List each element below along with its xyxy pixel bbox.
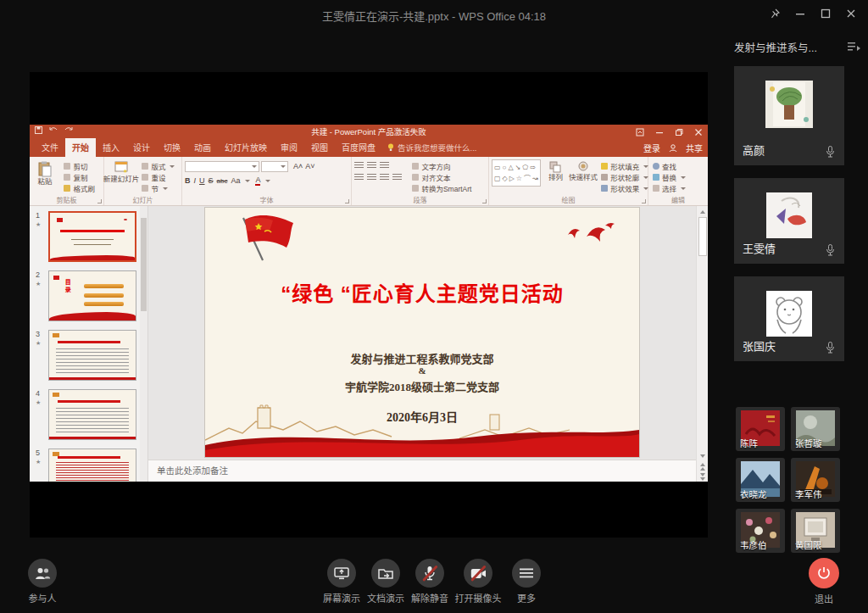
shadow-button[interactable]: abc (217, 177, 228, 185)
tab-baidu-netdisk[interactable]: 百度网盘 (335, 138, 382, 157)
participant-tile[interactable]: 韦彦伯 (736, 509, 785, 553)
participant-name: 李军伟 (791, 488, 840, 500)
participant-tile[interactable]: 张国庆 (734, 276, 844, 361)
doc-share-label: 文档演示 (367, 591, 404, 605)
select-button[interactable]: 选择 (653, 183, 687, 193)
shrink-font-button[interactable]: A˅ (305, 162, 314, 170)
reset-button[interactable]: 重设 (142, 172, 176, 182)
participants-button[interactable]: 参与人 (20, 559, 64, 605)
justify-icon[interactable] (392, 174, 402, 181)
tell-me-box[interactable]: 告诉我您想要做什么... (382, 142, 481, 157)
tab-transitions[interactable]: 切换 (157, 138, 187, 157)
pin-button[interactable] (766, 5, 783, 22)
change-case-button[interactable]: Aa (231, 176, 240, 185)
ribbon-display-icon (636, 128, 644, 137)
share-button[interactable]: 共享 (686, 142, 703, 154)
paste-button[interactable]: 粘贴 (32, 159, 58, 186)
align-right-icon[interactable] (380, 174, 389, 181)
scroll-up-button[interactable] (697, 206, 709, 217)
tab-view[interactable]: 视图 (304, 138, 335, 157)
layout-button[interactable]: 版式 (142, 161, 176, 171)
next-slide-button[interactable] (700, 471, 705, 482)
camera-button[interactable]: 打开摄像头 (452, 559, 504, 605)
section-button[interactable]: 节 (142, 183, 176, 193)
underline-button[interactable]: U (199, 176, 205, 185)
shape-fill-icon (601, 163, 608, 170)
notes-pane[interactable]: 单击此处添加备注 (148, 460, 696, 482)
slide-thumbnail-4[interactable] (48, 389, 136, 440)
font-name-select[interactable] (185, 161, 259, 172)
tab-file[interactable]: 文件 (35, 138, 65, 157)
panel-toggle-icon[interactable] (848, 42, 861, 52)
scroll-down-button[interactable] (697, 450, 709, 461)
align-left-icon[interactable] (354, 174, 364, 181)
tab-animations[interactable]: 动画 (187, 138, 218, 157)
shapes-gallery[interactable]: ▭○△↘⬠⇨▢◇▷☆⌒↝ (492, 159, 541, 187)
slide-thumbnail-3[interactable] (48, 330, 136, 381)
ppt-minimize-button[interactable] (654, 126, 665, 138)
tab-slideshow[interactable]: 幻灯片放映 (218, 138, 274, 157)
shape-effects-button[interactable]: 形状效果 (601, 183, 650, 193)
shape-outline-button[interactable]: 形状轮廓 (601, 172, 650, 182)
slide-thumbnail-5[interactable] (48, 449, 136, 482)
numbering-icon[interactable] (367, 162, 376, 170)
shape-fill-button[interactable]: 形状填充 (601, 161, 650, 171)
font-dialog-launcher[interactable] (345, 199, 349, 203)
unmute-button[interactable]: 解除静音 (408, 559, 452, 605)
participant-tile[interactable]: 李军伟 (791, 458, 840, 502)
participant-tile[interactable]: 衣晓龙 (736, 458, 785, 502)
smartart-button[interactable]: 转换为SmartArt (412, 183, 471, 193)
align-text-button[interactable]: 对齐文本 (412, 172, 471, 182)
login-button[interactable]: 登录 (643, 142, 660, 154)
text-direction-button[interactable]: 文字方向 (412, 161, 471, 171)
ppt-restore-button[interactable] (673, 126, 685, 138)
screen-share-button[interactable]: 屏幕演示 (320, 559, 364, 605)
tab-home[interactable]: 开始 (65, 138, 96, 157)
align-center-icon[interactable] (367, 174, 376, 181)
previous-slide-button[interactable] (700, 461, 705, 471)
scrollbar-thumb[interactable] (698, 217, 707, 256)
slide-thumbnail-1[interactable] (48, 211, 136, 262)
find-button[interactable]: 查找 (653, 161, 687, 171)
ppt-close-button[interactable] (693, 126, 704, 138)
copy-button[interactable]: 复制 (64, 172, 95, 182)
grow-font-button[interactable]: A˄ (293, 162, 303, 170)
participant-name: 陈阵 (736, 437, 785, 449)
scrollbar-track[interactable] (697, 217, 709, 450)
font-size-select[interactable] (261, 161, 288, 172)
clipboard-dialog-launcher[interactable] (97, 199, 102, 203)
participant-tile[interactable]: 王雯倩 (734, 178, 844, 264)
quick-styles-button[interactable]: 快速样式 (570, 159, 596, 181)
tab-design[interactable]: 设计 (126, 138, 157, 157)
more-button[interactable]: 更多 (504, 559, 548, 605)
doc-share-button[interactable]: 文档演示 (364, 559, 408, 605)
participant-tile[interactable]: 黄国限 (791, 509, 840, 553)
replace-button[interactable]: 替换 (653, 172, 687, 182)
participant-tile[interactable]: 陈阵 (736, 407, 785, 451)
bullets-icon[interactable] (354, 162, 364, 170)
participant-tile[interactable]: 张哲璇 (791, 407, 840, 451)
maximize-button[interactable] (817, 5, 834, 22)
cut-button[interactable]: 剪切 (64, 161, 95, 171)
close-button[interactable] (843, 5, 860, 22)
slide-thumbnail-2[interactable]: 目录 (48, 270, 136, 321)
participant-tile[interactable]: 高颜 (734, 66, 844, 165)
thumbnail-scrollbar[interactable] (140, 206, 147, 482)
minimize-button[interactable] (792, 5, 809, 22)
bold-button[interactable]: B (185, 176, 191, 185)
font-color-button[interactable]: A (255, 176, 260, 186)
strikethrough-button[interactable]: S (209, 176, 214, 185)
format-painter-button[interactable]: 格式刷 (64, 183, 95, 193)
indent-icon[interactable] (380, 162, 389, 170)
exit-button[interactable]: 退出 (802, 558, 846, 605)
italic-button[interactable]: I (194, 176, 197, 185)
tab-review[interactable]: 审阅 (274, 138, 304, 157)
paragraph-dialog-launcher[interactable] (482, 199, 487, 203)
tab-insert[interactable]: 插入 (96, 138, 126, 157)
ribbon-display-button[interactable] (634, 126, 646, 138)
arrange-button[interactable]: 排列 (544, 159, 566, 181)
slide-canvas[interactable]: “绿色 “匠心育人主题党日活动 发射与推进工程系教师党支部 & 宇航学院2018… (205, 208, 639, 457)
drawing-dialog-launcher[interactable] (642, 199, 646, 203)
new-slide-button[interactable]: 新建幻灯片 (107, 159, 136, 183)
copy-icon (64, 174, 70, 181)
